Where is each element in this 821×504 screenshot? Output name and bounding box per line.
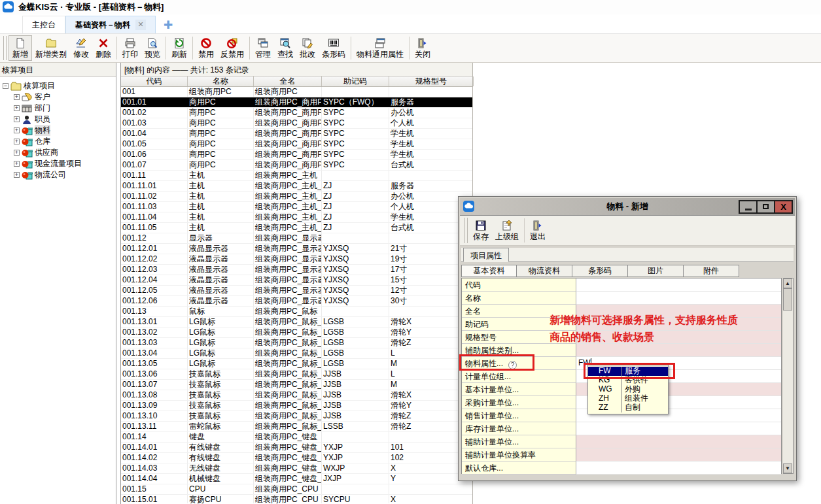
dialog-minimize-button[interactable] [739,200,758,214]
add-tab-button[interactable]: ✚ [160,16,177,33]
delete-button[interactable]: 删除 [92,35,114,61]
new-category-button[interactable]: 新增类别 [32,35,70,61]
sidebar-item-employee[interactable]: +职员 [3,114,116,125]
table-row[interactable]: 001.13.07技嘉鼠标组装商用PC_鼠标_技嘉鼠标JJSBM [121,380,472,390]
find-button[interactable]: 查找 [274,35,296,61]
table-row[interactable]: 001.14键盘组装商用PC_键盘 [121,432,472,443]
table-row[interactable]: 001.12.04液晶显示器组装商用PC_显示器_液晶显示器YJXSQ15寸 [121,275,472,286]
table-row[interactable]: 001.15CPU组装商用PC_CPU [121,484,472,495]
new-button[interactable]: 新增 [9,35,32,61]
close-button[interactable]: 关闭 [411,35,434,61]
undisable-button[interactable]: 反禁用 [217,35,247,61]
field-label[interactable]: 库存计量单位... [462,422,576,435]
table-row[interactable]: 001.13.03LG鼠标组装商用PC_鼠标_LG鼠标LGSB滑轮Z [121,338,472,348]
tree-expander-icon[interactable]: + [14,94,20,100]
dialog-scrollbar[interactable]: ▲ ▼ [783,278,794,474]
field-label[interactable]: 基本计量单位... [462,383,576,396]
table-row[interactable]: 001.11主机组装商用PC_主机 [121,171,472,181]
table-row[interactable]: 001.11.05主机组装商用PC_主机_主机ZJ台式机 [121,223,472,233]
table-row[interactable]: 001.12.01液晶显示器组装商用PC_显示器_液晶显示器YJXSQ21寸 [121,244,472,254]
field-value-input[interactable] [576,422,781,435]
tree-item-label[interactable]: 仓库 [35,136,50,147]
up-arrow-icon[interactable]: ▲ [783,278,792,288]
column-header-spec[interactable]: 规格型号 [389,76,474,86]
table-row[interactable]: 001.12.02液晶显示器组装商用PC_显示器_液晶显示器YJXSQ19寸 [121,254,472,265]
table-row[interactable]: 001.02商用PC组装商用PC_商用PCSYPC办公机 [121,108,472,118]
dropdown-option-zz[interactable]: ZZ自制 [588,403,668,412]
sidebar-item-logistics-company[interactable]: +物流公司 [3,169,116,180]
preview-button[interactable]: 预览 [141,35,164,61]
tree-expander-icon[interactable]: + [14,161,20,167]
table-row[interactable]: 001.13.04LG鼠标组装商用PC_鼠标_LG鼠标LGSBL [121,348,472,359]
table-row[interactable]: 001.13.01LG鼠标组装商用PC_鼠标_LG鼠标LGSB滑轮X [121,317,472,328]
tree-item-label[interactable]: 现金流量项目 [35,158,82,169]
table-row[interactable]: 001.11.01主机组装商用PC_主机_主机ZJ服务器 [121,181,472,192]
down-arrow-icon[interactable]: ▼ [783,463,792,473]
exit-button[interactable]: 退出 [527,217,549,244]
table-row[interactable]: 001.06商用PC组装商用PC_商用PCSYPC学生机 [121,150,472,160]
print-button[interactable]: 打印 [119,35,141,61]
table-row[interactable]: 001.13.11雷蛇鼠标组装商用PC_鼠标_雷蛇鼠标LSSB滑轮Z [121,422,472,432]
tab-basedata-material[interactable]: 基础资料－物料✕ [65,16,156,33]
table-row[interactable]: 001.13.10技嘉鼠标组装商用PC_鼠标_技嘉鼠标JJSB滑轮Z [121,411,472,422]
tree-item-label[interactable]: 客户 [35,92,50,103]
table-row[interactable]: 001.04商用PC组装商用PC_商用PCSYPC学生机 [121,129,472,139]
material-common-props-button[interactable]: 物料通用属性 [353,35,407,61]
field-label[interactable]: 销售计量单位... [462,409,576,422]
tree-expander-icon[interactable]: + [14,139,20,144]
tree-item-label[interactable]: 部门 [35,103,50,114]
sidebar-item-root[interactable]: −核算项目 [3,80,116,92]
field-label[interactable]: 代码 [462,278,576,292]
table-row[interactable]: 001.13鼠标组装商用PC_鼠标 [121,307,472,317]
table-row[interactable]: 001.14.03无线键盘组装商用PC_键盘_无线键盘WXJPX [121,463,472,474]
table-row[interactable]: 001.13.09技嘉鼠标组装商用PC_鼠标_技嘉鼠标JJSB滑轮Y [121,401,472,411]
table-row[interactable]: 001.11.02主机组装商用PC_主机_主机ZJ办公机 [121,192,472,202]
tree-expander-icon[interactable]: + [14,105,20,111]
subtab-3[interactable]: 图片 [628,265,684,277]
field-label[interactable]: 辅助计量单位换算率 [462,448,576,462]
save-button[interactable]: 保存 [470,217,492,244]
table-row[interactable]: 001.14.02有线键盘组装商用PC_键盘_有线键盘YXJP102 [121,453,472,463]
field-label[interactable]: 采购计量单位... [462,396,576,409]
field-label[interactable]: 辅助计量单位... [462,435,576,448]
toolbar-grip[interactable] [464,218,468,243]
field-label[interactable]: 计量单位组... [462,370,576,383]
tree-expander-icon[interactable]: − [3,83,9,89]
tree-expander-icon[interactable]: + [14,150,20,156]
tree-item-label[interactable]: 物流公司 [35,169,66,180]
table-row[interactable]: 001.14.01有线键盘组装商用PC_键盘_有线键盘YXJP101 [121,443,472,453]
table-row[interactable]: 001.12.06液晶显示器组装商用PC_显示器_液晶显示器YJXSQ30寸 [121,296,472,307]
sidebar-item-department[interactable]: +部门 [3,103,116,114]
table-row[interactable]: 001.11.03主机组装商用PC_主机_主机ZJ个人机 [121,202,472,212]
table-row[interactable]: 001.05商用PC组装商用PC_商用PCSYPC学生机 [121,139,472,150]
sidebar-item-customer[interactable]: +客户 [3,92,116,103]
subtab-2[interactable]: 条形码 [572,265,628,277]
disable-button[interactable]: 禁用 [195,35,217,61]
sidebar-item-warehouse[interactable]: +仓库 [3,136,116,147]
table-row[interactable]: 001.01商用PC组装商用PC_商用PCSYPC（FWQ）服务器 [121,97,472,108]
table-row[interactable]: 001.15.01赛扬CPU组装商用PC_CPU_赛扬CPUSYCPUX [121,495,472,503]
dropdown-option-zh[interactable]: ZH组装件 [588,394,668,403]
table-row[interactable]: 001.03商用PC组装商用PC_商用PCSYPC个人机 [121,118,472,129]
tree-expander-icon[interactable]: + [14,127,20,133]
batch-edit-button[interactable]: 批改 [296,35,319,61]
field-value-input[interactable] [576,435,781,448]
table-row[interactable]: 001.12.03液晶显示器组装商用PC_显示器_液晶显示器YJXSQ17寸 [121,265,472,275]
sidebar-item-cashflow-item[interactable]: +现金流量项目 [3,158,116,169]
field-value-input[interactable] [576,278,781,292]
sidebar-item-supplier[interactable]: +供应商 [3,147,116,158]
dialog-titlebar[interactable]: 物料 - 新增 X [460,198,795,216]
tree-item-label[interactable]: 职员 [35,114,50,125]
field-value-input[interactable] [576,462,781,475]
tree-item-label[interactable]: 核算项目 [24,80,55,92]
table-row[interactable]: 001.12.05液晶显示器组装商用PC_显示器_液晶显示器YJXSQ12寸 [121,286,472,296]
subtab-4[interactable]: 附件 [684,265,739,277]
field-label[interactable]: 默认仓库... [462,462,576,475]
column-header-code[interactable]: 代码 [121,76,188,86]
parent-group-button[interactable]: 上级组 [492,217,522,244]
manage-button[interactable]: 管理 [252,35,274,61]
sidebar-item-material[interactable]: +物料 [3,125,116,136]
subtab-0[interactable]: 基本资料 [461,265,517,277]
column-header-fullname[interactable]: 全名 [254,76,322,86]
field-label[interactable]: 名称 [462,292,576,305]
